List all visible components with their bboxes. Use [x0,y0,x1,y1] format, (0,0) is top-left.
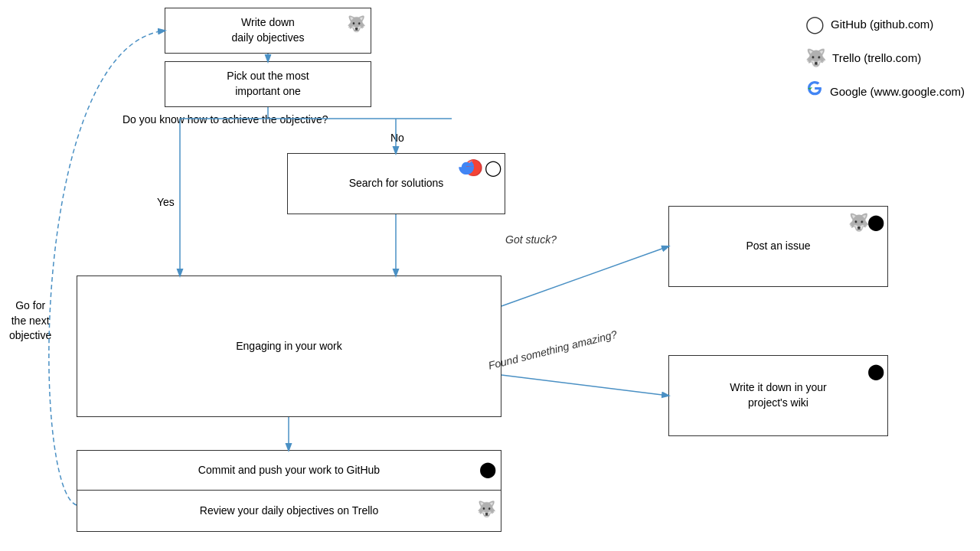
trello-legend-label: Trello (trello.com) [832,47,921,70]
github-legend-icon: ◯ [805,8,825,41]
legend-github: ◯ GitHub (github.com) [805,8,965,41]
legend-trello: 🐺 Trello (trello.com) [805,41,965,75]
google-legend-label: Google (www.google.com) [830,80,965,103]
svg-line-7 [501,246,668,306]
legend: ◯ GitHub (github.com) 🐺 Trello (trello.c… [805,8,965,109]
google-search-overlay [456,157,476,181]
trello-legend-icon: 🐺 [805,41,826,75]
svg-line-8 [501,375,668,396]
flowchart: Write down daily objectives 🐺 Pick out t… [0,0,980,551]
legend-google: Google (www.google.com) [805,75,965,109]
github-legend-label: GitHub (github.com) [831,13,933,36]
google-legend-icon [805,75,824,109]
